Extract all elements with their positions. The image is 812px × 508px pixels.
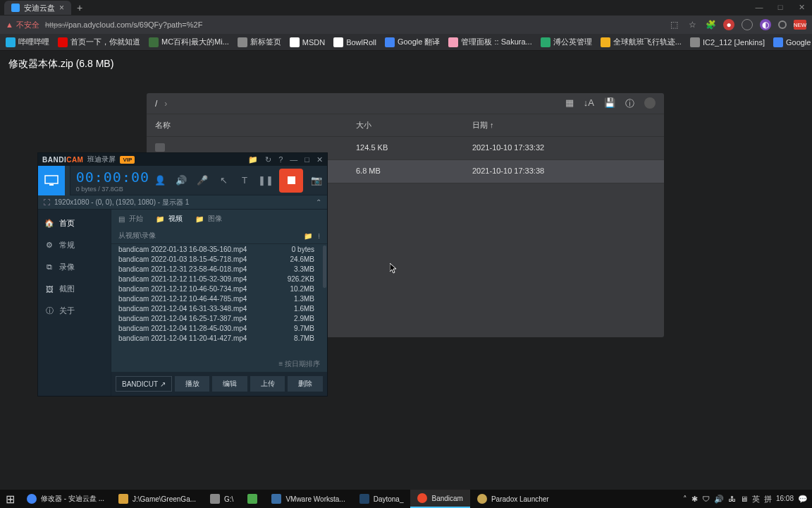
upload-button[interactable]: 上传: [250, 376, 285, 392]
chrome-minimize[interactable]: —: [749, 0, 770, 14]
col-date[interactable]: 日期 ↑: [472, 120, 656, 131]
account-icon[interactable]: [644, 97, 656, 109]
taskbar-item[interactable]: J:\Game\GreenGa...: [111, 490, 203, 508]
list-item[interactable]: bandicam 2021-12-12 10-46-44-785.mp41.3M…: [111, 294, 327, 303]
list-item[interactable]: bandicam 2021-12-31 23-58-46-018.mp43.3M…: [111, 264, 327, 274]
chevron-up-icon[interactable]: ⌃: [316, 198, 321, 206]
taskbar-item[interactable]: Paradox Launcher: [470, 490, 556, 508]
sort-icon[interactable]: ↓A: [584, 97, 594, 110]
bandicam-titlebar[interactable]: BANDICAM 班迪录屏 VIP 📁 ↻ ? — □ ✕: [38, 153, 327, 166]
col-name[interactable]: 名称: [155, 120, 356, 131]
list-item[interactable]: bandicam 2021-12-04 11-28-45-030.mp49.7M…: [111, 323, 327, 333]
tab-close-icon[interactable]: ×: [59, 3, 64, 13]
minimize-icon[interactable]: —: [290, 155, 297, 164]
ime-indicator-2[interactable]: 拼: [764, 494, 772, 504]
bookmark-item[interactable]: 全球航班飞行轨迹...: [601, 37, 682, 47]
mic-icon[interactable]: 🎤: [192, 166, 213, 195]
bookmark-item[interactable]: 新标签页: [238, 37, 281, 47]
bookmark-item[interactable]: IC2_112 [Jenkins]: [690, 37, 765, 47]
cursor-icon[interactable]: ↖: [213, 166, 234, 195]
col-size[interactable]: 大小: [356, 120, 472, 131]
sidebar-item-record[interactable]: ⧉录像: [38, 256, 111, 278]
taskbar-item[interactable]: Daytona_: [352, 490, 411, 508]
notification-icon[interactable]: 💬: [798, 495, 808, 504]
record-stop-button[interactable]: [279, 169, 303, 193]
pause-icon[interactable]: ❚❚: [255, 166, 276, 195]
adblock-icon[interactable]: ●: [723, 19, 734, 30]
breadcrumb[interactable]: / ›: [155, 99, 167, 109]
sidebar-item-general[interactable]: ⚙常规: [38, 234, 111, 256]
taskbar-item[interactable]: 修改器 - 安迪云盘 ...: [20, 490, 111, 508]
sidebar-item-image[interactable]: 🖼截图: [38, 278, 111, 300]
edit-button[interactable]: 编辑: [212, 376, 247, 392]
tray-app-icon[interactable]: ✱: [691, 495, 698, 504]
tray-volume-icon[interactable]: 🔊: [714, 495, 724, 504]
taskbar-item[interactable]: VMware Worksta...: [264, 490, 352, 508]
browser-tab[interactable]: 安迪云盘 ×: [4, 1, 71, 15]
capture-info-bar[interactable]: 1920x1080 - (0, 0), (1920, 1080) - 显示器 1…: [38, 195, 327, 210]
task-view-button[interactable]: ⊞: [0, 492, 20, 506]
bookmark-item[interactable]: 首页一下，你就知道: [58, 37, 140, 47]
grid-view-icon[interactable]: ▦: [565, 97, 574, 110]
tab-video[interactable]: 📁视频: [156, 214, 183, 224]
list-item[interactable]: bandicam 2021-12-04 16-25-17-387.mp42.9M…: [111, 313, 327, 323]
bookmark-item[interactable]: MSDN: [290, 37, 325, 47]
speaker-icon[interactable]: 🔊: [171, 166, 192, 195]
chrome-close[interactable]: ✕: [791, 0, 812, 14]
delete-button[interactable]: 删除: [288, 376, 323, 392]
close-icon[interactable]: ✕: [316, 155, 323, 164]
sort-label[interactable]: ≡ 按日期排序: [111, 356, 327, 372]
list-item[interactable]: bandicam 2021-12-04 16-31-33-348.mp41.6M…: [111, 303, 327, 313]
tray-shield-icon[interactable]: 🛡: [702, 495, 710, 503]
open-folder-icon[interactable]: 📁: [304, 232, 312, 240]
save-icon[interactable]: 💾: [604, 97, 615, 110]
sidebar-item-home[interactable]: 🏠首页: [38, 212, 111, 234]
ext-purple-icon[interactable]: ◐: [760, 19, 771, 30]
bookmark-item[interactable]: Google Earth: [773, 37, 812, 47]
list-item[interactable]: bandicam 2022-01-03 18-15-45-718.mp424.6…: [111, 254, 327, 264]
url-text[interactable]: https://pan.adycloud.com/s/69QFy?path=%2…: [45, 20, 203, 29]
taskbar-item[interactable]: Bandicam: [410, 490, 469, 508]
taskbar-clock[interactable]: 16:08: [776, 495, 794, 503]
play-button[interactable]: 播放: [175, 376, 210, 392]
bookmark-item[interactable]: BowlRoll: [333, 37, 376, 47]
help-icon[interactable]: ?: [278, 155, 283, 164]
install-app-icon[interactable]: ⬚: [668, 19, 679, 30]
camera-icon[interactable]: 📷: [306, 166, 327, 195]
ime-indicator[interactable]: 英: [752, 494, 760, 504]
chevron-right-icon[interactable]: ›: [164, 99, 167, 109]
mode-dropdown-handle[interactable]: [65, 166, 70, 195]
text-icon[interactable]: T: [234, 166, 255, 195]
taskbar-item[interactable]: G:\: [203, 490, 240, 508]
list-item[interactable]: bandicam 2021-12-12 10-46-50-734.mp410.2…: [111, 284, 327, 294]
bookmark-item[interactable]: 溥公英管理: [541, 37, 592, 47]
taskbar-item[interactable]: [240, 490, 264, 508]
ext-circle-icon[interactable]: [742, 19, 753, 30]
ssl-warning[interactable]: ▲ 不安全: [6, 20, 39, 30]
bandicut-button[interactable]: BANDICUT ↗: [116, 376, 172, 392]
bookmark-item[interactable]: MC百科|最大的Mi...: [149, 37, 229, 47]
new-tab-button[interactable]: +: [77, 2, 82, 13]
bookmark-star-icon[interactable]: ☆: [687, 19, 698, 30]
list-item[interactable]: bandicam 2021-12-04 11-20-41-427.mp48.7M…: [111, 333, 327, 343]
tray-network-icon[interactable]: 🖧: [728, 495, 736, 503]
screen-mode-button[interactable]: [38, 166, 65, 195]
extension-icon[interactable]: 🧩: [705, 19, 716, 30]
ext-ring-icon[interactable]: [778, 20, 787, 29]
ext-new-badge[interactable]: NEW: [794, 20, 806, 30]
tray-monitor-icon[interactable]: 🖥: [740, 495, 748, 503]
scrollbar-thumb[interactable]: [323, 246, 326, 288]
chrome-maximize[interactable]: □: [770, 0, 791, 14]
maximize-icon[interactable]: □: [304, 155, 309, 164]
bookmark-item[interactable]: 哔哩哔哩: [6, 37, 49, 47]
list-item[interactable]: bandicam 2021-12-12 11-05-32-309.mp4926.…: [111, 274, 327, 284]
more-icon[interactable]: ⁞: [318, 232, 320, 240]
tab-image[interactable]: 📁图像: [195, 214, 222, 224]
tab-start[interactable]: ▤开始: [118, 214, 143, 224]
history-icon[interactable]: ↻: [265, 155, 271, 164]
info-icon[interactable]: ⓘ: [625, 97, 634, 110]
bookmark-item[interactable]: 管理面板 :: Sakura...: [448, 37, 531, 47]
bookmark-item[interactable]: Google 翻译: [385, 37, 441, 47]
webcam-icon[interactable]: 👤: [149, 166, 171, 195]
tray-chevron-icon[interactable]: ˄: [683, 495, 687, 504]
